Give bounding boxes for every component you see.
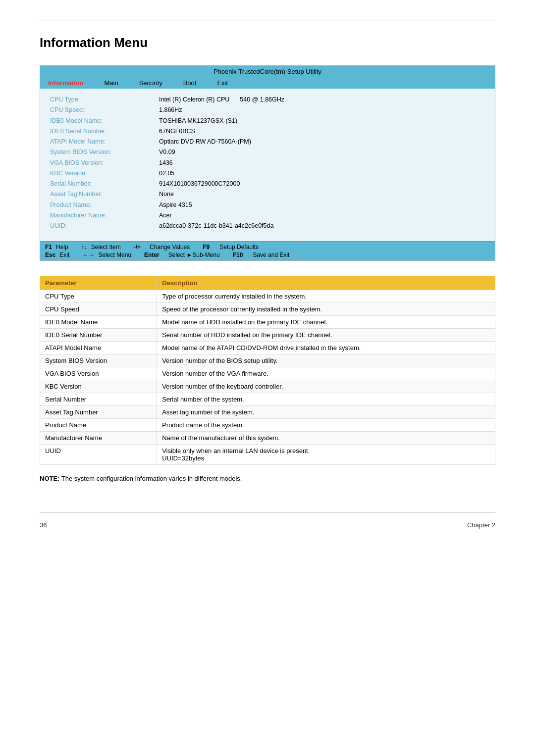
bios-footer-col1: F1 Help ↑↓ Select Item -/+ Change Values… <box>45 244 289 258</box>
bios-value-kbc: 02.05 <box>159 168 485 179</box>
bios-label-uuid: UUID: <box>50 221 154 231</box>
bios-value-cpu-type: Intel (R) Celeron (R) CPU 540 @ 1.86GHz <box>159 95 485 105</box>
param-name-cell: Product Name <box>40 419 157 432</box>
table-row: IDE0 Model NameModel name of HDD install… <box>40 316 495 329</box>
bios-value-asset: None <box>159 189 485 200</box>
param-desc-cell: Version number of the keyboard controlle… <box>157 380 495 393</box>
bios-key-f10: F10 <box>233 252 243 258</box>
param-name-cell: ATAPI Model Name <box>40 342 157 354</box>
bios-key-esc-desc: Exit <box>59 252 69 258</box>
table-header-parameter: Parameter <box>40 276 157 290</box>
bios-value-ide0-serial: 67NGF0BCS <box>159 126 485 137</box>
bios-nav-bar: Information Main Security Boot Exit <box>40 77 495 89</box>
bios-values-column: Intel (R) Celeron (R) CPU 540 @ 1.86GHz … <box>154 95 485 231</box>
bios-setup-box: Phoenix TrustedCore(tm) Setup Utility In… <box>40 65 495 261</box>
bios-value-uuid: a62dcca0-372c-11dc-b341-a4c2c6e0f5da <box>159 221 485 231</box>
table-row: UUIDVisible only when an internal LAN de… <box>40 445 495 465</box>
param-name-cell: Manufacturer Name <box>40 432 157 445</box>
param-desc-cell: Serial number of the system. <box>157 393 495 406</box>
bios-label-ide0-serial: IDE0 Serial Number: <box>50 126 154 137</box>
bios-label-sys-bios: System BIOS Version: <box>50 147 154 157</box>
bios-value-vga-bios: 1436 <box>159 158 485 168</box>
param-desc-cell: Version number of the BIOS setup utility… <box>157 354 495 367</box>
bios-footer-row1: F1 Help ↑↓ Select Item -/+ Change Values… <box>45 244 289 251</box>
param-desc-cell: Serial number of HDD installed on the pr… <box>157 329 495 342</box>
table-row: IDE0 Serial NumberSerial number of HDD i… <box>40 329 495 342</box>
bios-key-updown: ↑↓ <box>81 244 87 251</box>
param-name-cell: KBC Version <box>40 380 157 393</box>
bios-title-bar: Phoenix TrustedCore(tm) Setup Utility <box>40 66 495 77</box>
bios-nav-security[interactable]: Security <box>136 78 165 88</box>
param-desc-cell: Model name of the ATAPI CD/DVD-ROM drive… <box>157 342 495 354</box>
bios-key-enter-desc: Select ►Sub-Menu <box>168 252 220 258</box>
bios-label-product: Product Name: <box>50 200 154 210</box>
bios-value-ide0-model: TOSHIBA MK1237GSX-(S1) <box>159 116 485 126</box>
table-row: System BIOS VersionVersion number of the… <box>40 354 495 367</box>
note-prefix: NOTE: <box>40 475 59 482</box>
top-rule <box>40 20 495 20</box>
param-desc-cell: Asset tag number of the system. <box>157 406 495 419</box>
table-row: CPU SpeedSpeed of the processor currentl… <box>40 303 495 316</box>
bios-nav-main[interactable]: Main <box>102 78 121 88</box>
param-desc-cell: Visible only when an internal LAN device… <box>157 445 495 465</box>
bios-label-vga-bios: VGA BIOS Version: <box>50 158 154 168</box>
bios-content: CPU Type: CPU Speed: IDE0 Model Name: ID… <box>40 89 495 241</box>
table-row: VGA BIOS VersionVersion number of the VG… <box>40 367 495 380</box>
param-desc-cell: Speed of the processor currently install… <box>157 303 495 316</box>
bios-value-manufacturer: Acer <box>159 210 485 221</box>
table-row: ATAPI Model NameModel name of the ATAPI … <box>40 342 495 354</box>
bios-value-product: Aspire 4315 <box>159 200 485 210</box>
param-name-cell: Asset Tag Number <box>40 406 157 419</box>
bios-footer: F1 Help ↑↓ Select Item -/+ Change Values… <box>40 241 495 260</box>
param-desc-cell: Product name of the system. <box>157 419 495 432</box>
bios-key-enter: Enter <box>144 252 160 258</box>
bios-value-cpu-speed: 1.866Hz <box>159 105 485 115</box>
table-row: Manufacturer NameName of the manufacture… <box>40 432 495 445</box>
param-desc-cell: Type of processor currently installed in… <box>157 290 495 303</box>
table-row: Serial NumberSerial number of the system… <box>40 393 495 406</box>
bios-footer-row2: Esc Exit ←→ Select Menu Enter Select ►Su… <box>45 252 289 258</box>
param-name-cell: CPU Type <box>40 290 157 303</box>
bios-nav-information[interactable]: Information <box>45 78 87 88</box>
bios-key-leftright: ←→ <box>82 252 94 258</box>
bios-label-serial: Serial Number: <box>50 179 154 189</box>
bios-label-kbc: KBC Version: <box>50 168 154 179</box>
bios-label-atapi-model: ATAPI Model Name: <box>50 137 154 147</box>
bios-key-f9: F9 <box>203 244 210 251</box>
chapter-label: Chapter 2 <box>467 521 495 529</box>
bios-key-f9-desc: Setup Defaults <box>219 244 259 251</box>
table-row: Product NameProduct name of the system. <box>40 419 495 432</box>
param-name-cell: IDE0 Model Name <box>40 316 157 329</box>
bios-key-esc: Esc <box>45 252 55 258</box>
bios-label-asset: Asset Tag Number: <box>50 189 154 200</box>
table-header-description: Description <box>157 276 495 290</box>
note-text: NOTE: The system configuration informati… <box>40 475 495 482</box>
bios-key-f10-desc: Save and Exit <box>253 252 289 258</box>
bios-label-cpu-type: CPU Type: <box>50 95 154 105</box>
bios-key-f1: F1 <box>45 244 52 251</box>
param-name-cell: CPU Speed <box>40 303 157 316</box>
page-title: Information Menu <box>40 35 495 50</box>
bios-labels-column: CPU Type: CPU Speed: IDE0 Model Name: ID… <box>50 95 154 231</box>
bios-value-serial: 914X1010036729000C72000 <box>159 179 485 189</box>
param-name-cell: Serial Number <box>40 393 157 406</box>
param-desc-cell: Version number of the VGA firmware. <box>157 367 495 380</box>
bios-value-atapi-model: Optiarc DVD RW AD-7560A-(PM) <box>159 137 485 147</box>
bios-key-f1-desc: Help <box>56 244 68 251</box>
bios-label-ide0-model: IDE0 Model Name: <box>50 116 154 126</box>
table-row: CPU TypeType of processor currently inst… <box>40 290 495 303</box>
bios-nav-exit[interactable]: Exit <box>214 78 231 88</box>
param-name-cell: UUID <box>40 445 157 465</box>
table-row: Asset Tag NumberAsset tag number of the … <box>40 406 495 419</box>
param-name-cell: System BIOS Version <box>40 354 157 367</box>
bios-key-leftright-desc: Select Menu <box>98 252 131 258</box>
bios-nav-boot[interactable]: Boot <box>180 78 200 88</box>
bios-key-plusminus: -/+ <box>134 244 141 251</box>
bios-key-updown-desc: Select Item <box>91 244 121 251</box>
bios-value-sys-bios: V0.09 <box>159 147 485 157</box>
bios-label-cpu-speed: CPU Speed: <box>50 105 154 115</box>
footer-rule <box>40 512 495 512</box>
bios-key-plusminus-desc: Change Values <box>150 244 190 251</box>
bios-label-manufacturer: Manufacturer Name: <box>50 210 154 221</box>
param-name-cell: VGA BIOS Version <box>40 367 157 380</box>
